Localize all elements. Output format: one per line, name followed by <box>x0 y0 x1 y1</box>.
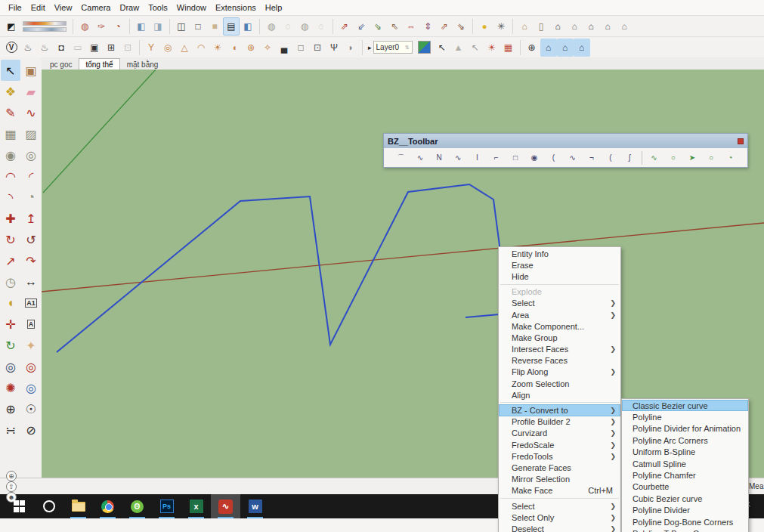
submenu-item-cubic-bezier-curve[interactable]: Cubic Bezier curve <box>622 493 748 504</box>
ctx-item-make-face[interactable]: Make FaceCtrl+M <box>499 485 620 496</box>
ctx-item-bz-convert-to[interactable]: BZ - Convert to❯ <box>499 404 620 416</box>
protractor-tool[interactable]: ◖ <box>1 292 20 314</box>
vray-batch-render-button[interactable]: ▣ <box>86 39 103 57</box>
vray-interactive-render-button[interactable]: ♨ <box>36 39 53 57</box>
submenu-item-polyline-t-bone-corners[interactable]: Polyline T-Bone Corners <box>622 527 748 532</box>
vray-omni-light-button[interactable]: ☀ <box>209 39 226 57</box>
coccoc-browser-icon[interactable]: ʘ <box>122 494 152 518</box>
ctx-item-select[interactable]: Select❯ <box>499 500 620 512</box>
ctx-item-hide[interactable]: Hide <box>499 271 620 282</box>
ctx-item-fredoscale[interactable]: FredoScale❯ <box>499 439 620 450</box>
zoom-tool[interactable]: ◎ <box>1 356 20 377</box>
submenu-item-classic-bezier-curve[interactable]: Classic Bezier curve <box>622 400 748 411</box>
vray-infinite-plane-button[interactable]: ▄ <box>276 39 292 57</box>
vray-scene-export-button[interactable]: ⊞ <box>103 39 119 57</box>
bz-curve-tool-2[interactable]: ∿ <box>410 154 429 162</box>
vray-mesh-light-button[interactable]: ◖ <box>226 39 243 57</box>
photoshop-icon[interactable]: Ps <box>152 494 181 518</box>
ctx-item-fredotools[interactable]: FredoTools❯ <box>499 450 620 462</box>
bz-edit-tool-2[interactable]: ○ <box>663 154 682 162</box>
menubar-item-tools[interactable]: Tools <box>144 2 172 14</box>
grid-toggle-button[interactable]: ▦ <box>500 39 517 57</box>
bz-curve-tool-8[interactable]: ◉ <box>525 154 544 162</box>
extension-pen-button[interactable]: ✑ <box>93 17 110 36</box>
scene-view-button-3[interactable]: ⌂ <box>574 39 590 57</box>
menubar-item-edit[interactable]: Edit <box>26 2 50 14</box>
fredoscale-button-7[interactable]: ⇗ <box>436 17 453 36</box>
follow-me-tool[interactable]: ↺ <box>21 229 41 250</box>
ctx-item-make-group[interactable]: Make Group <box>499 332 620 343</box>
round-tool-button-3[interactable]: ◍ <box>296 17 313 36</box>
extension-round-button-2[interactable]: ◔ <box>110 17 126 36</box>
fredoscale-button-1[interactable]: ⇗ <box>336 17 353 36</box>
submenu-item-courbette[interactable]: Courbette <box>622 481 748 493</box>
ctx-item-select-only[interactable]: Select Only❯ <box>499 512 620 523</box>
walk-tool[interactable]: ∺ <box>1 419 20 441</box>
sketchup-logo-icon[interactable]: ◩ <box>3 17 20 36</box>
freehand-tool[interactable]: ∿ <box>21 102 41 123</box>
fredoscale-button-3[interactable]: ⇘ <box>370 17 386 36</box>
vray-render-button[interactable]: ♨ <box>20 39 36 57</box>
bz-curve-tool-4[interactable]: ∿ <box>449 154 468 162</box>
vray-sphere-light-button[interactable]: ◎ <box>159 39 176 57</box>
look-around-tool[interactable]: ☉ <box>21 398 41 419</box>
house-wall-button[interactable]: ▯ <box>533 17 549 36</box>
soap-bubble-button[interactable]: ● <box>476 17 493 36</box>
compass-tool-button[interactable]: ⊕ <box>524 39 540 57</box>
vray-dome-light-button[interactable]: ◠ <box>193 39 209 57</box>
layer-select[interactable]: Layer0⇅ <box>373 41 413 54</box>
ctx-item-area[interactable]: Area❯ <box>499 309 620 320</box>
style-hidden-line-button[interactable]: ■ <box>206 17 223 36</box>
move-tool[interactable]: ✚ <box>1 208 20 229</box>
house-roof-button[interactable]: ⌂ <box>516 17 533 36</box>
selected-polyline-edges[interactable] <box>57 184 505 352</box>
vray-sphere-button[interactable]: ⊕ <box>243 39 259 57</box>
orbit-tool[interactable]: ↻ <box>1 335 20 356</box>
skin-tool-button[interactable]: ✳ <box>493 17 509 36</box>
style-back-edges-button[interactable]: ◫ <box>173 17 190 36</box>
vray-fur-button[interactable]: Ψ <box>326 39 342 57</box>
bz-curve-tool-6[interactable]: ⌐ <box>487 154 506 162</box>
bz-edit-tool-3[interactable]: ➤ <box>682 154 701 162</box>
scene-view-button-2[interactable]: ⌂ <box>557 39 574 57</box>
vray-proxy-import-button[interactable]: ⊡ <box>309 39 326 57</box>
bz-curve-tool-13[interactable]: ʃ <box>620 154 639 162</box>
make-component-tool[interactable]: ▣ <box>21 60 41 81</box>
fredoscale-button-8[interactable]: ⇘ <box>453 17 469 36</box>
file-explorer-icon[interactable] <box>63 494 93 518</box>
ctx-item-entity-info[interactable]: Entity Info <box>499 248 620 259</box>
chrome-icon[interactable] <box>93 494 122 518</box>
fredoscale-button-4[interactable]: ⇖ <box>386 17 403 36</box>
house-outline-button[interactable]: ⌂ <box>583 17 599 36</box>
material-swatch[interactable] <box>418 41 431 54</box>
zoom-extents-tool[interactable]: ✺ <box>1 377 20 398</box>
scene-view-button-1[interactable]: ⌂ <box>540 39 557 57</box>
bz-curve-tool-12[interactable]: ( <box>601 154 620 162</box>
rotate-tool[interactable]: ↻ <box>1 229 20 250</box>
menubar-item-view[interactable]: View <box>50 2 77 14</box>
ctx-item-zoom-selection[interactable]: Zoom Selection <box>499 378 620 389</box>
circle-tool[interactable]: ◉ <box>1 144 20 165</box>
fredoscale-button-5[interactable]: ⇔ <box>403 17 419 36</box>
scene-tab-2[interactable]: tổng thể <box>79 58 119 70</box>
paint-bucket-tool[interactable]: ❖ <box>1 81 20 102</box>
rotated-rectangle-tool[interactable]: ▨ <box>21 123 41 144</box>
fredoscale-button-2[interactable]: ⇙ <box>353 17 370 36</box>
scene-tab-1[interactable]: pc goc <box>43 58 79 70</box>
bz-curve-tool-1[interactable]: ⌒ <box>391 154 410 162</box>
ctx-item-explode[interactable]: Explode <box>499 286 620 298</box>
bz-edit-tool-4[interactable]: ○ <box>702 154 721 162</box>
select-cursor-button[interactable]: ↖ <box>434 39 450 57</box>
bz-curve-tool-11[interactable]: ¬ <box>582 154 601 162</box>
bz-curve-tool-10[interactable]: ∿ <box>563 154 582 162</box>
shaded-cube-view-button-2[interactable]: ◨ <box>150 17 166 36</box>
tape-measure-tool[interactable]: ◷ <box>1 271 20 292</box>
arc-tool[interactable]: ◠ <box>1 165 20 187</box>
two-point-arc-tool[interactable]: ◜ <box>21 165 41 187</box>
bz-curve-tool-7[interactable]: □ <box>506 154 524 162</box>
ctx-item-erase[interactable]: Erase <box>499 259 620 271</box>
rectangle-tool[interactable]: ▦ <box>1 123 20 144</box>
select-tool[interactable]: ↖ <box>1 60 20 81</box>
bz-curve-tool-9[interactable]: ( <box>544 154 563 162</box>
house-dark-button[interactable]: ⌂ <box>549 17 566 36</box>
